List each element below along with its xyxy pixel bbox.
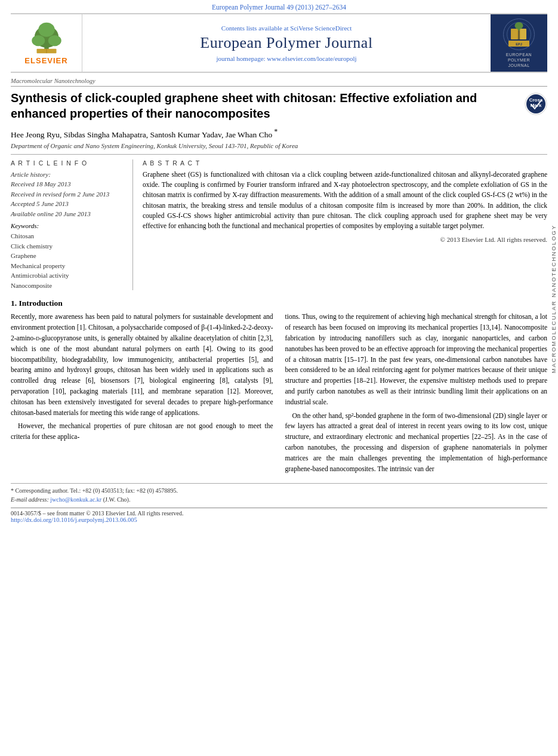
doi-text: European Polymer Journal 49 (2013) 2627–… (212, 4, 346, 11)
sciverse-link[interactable]: Contents lists available at SciVerse Sci… (221, 24, 352, 32)
revised-date: Received in revised form 2 June 2013 (11, 189, 127, 199)
copyright-line: © 2013 Elsevier Ltd. All rights reserved… (143, 235, 547, 245)
epj-emblem-icon: EPJ (502, 18, 535, 51)
elsevier-logo: ELSEVIER (23, 21, 70, 65)
body-col-left: Recently, more awareness has been paid t… (11, 312, 273, 477)
doi-footer[interactable]: http://dx.doi.org/10.1016/j.eurpolymj.20… (11, 517, 547, 523)
journal-title: European Polymer Journal (200, 34, 372, 52)
two-column-section: A R T I C L E I N F O Article history: R… (11, 154, 547, 291)
svg-point-4 (38, 22, 55, 36)
history-label: Article history: (11, 170, 127, 180)
keyword-item: Nanocomposite (11, 281, 127, 291)
keywords-label: Keywords: (11, 222, 127, 229)
article-history: Article history: Received 18 May 2013 Re… (11, 170, 127, 219)
svg-rect-10 (519, 29, 526, 39)
keyword-item: Chitosan (11, 231, 127, 241)
elsevier-tree-icon (23, 21, 70, 54)
bottom-footer: 0014-3057/$ – see front matter © 2013 El… (11, 508, 547, 523)
email-link[interactable]: jwcho@konkuk.ac.kr (50, 496, 101, 503)
header-center: Contents lists available at SciVerse Sci… (82, 14, 491, 72)
keyword-item: Graphene (11, 251, 127, 261)
body-col-right: tions. Thus, owing to the requirement of… (285, 312, 548, 477)
doi-bar: European Polymer Journal 49 (2013) 2627–… (0, 0, 558, 13)
epj-logo-area: EPJ EUROPEANPOLYMERJOURNAL (491, 14, 547, 72)
page-wrapper: European Polymer Journal 49 (2013) 2627–… (0, 0, 558, 756)
keywords-section: Keywords: ChitosanClick chemistryGraphen… (11, 222, 127, 290)
available-date: Available online 20 June 2013 (11, 209, 127, 219)
body-two-col: Recently, more awareness has been paid t… (11, 312, 547, 477)
article-info-column: A R T I C L E I N F O Article history: R… (11, 159, 133, 291)
intro-heading: 1. Introduction (11, 299, 547, 308)
journal-header: ELSEVIER Contents lists available at Sci… (11, 13, 547, 73)
keyword-item: Mechanical property (11, 261, 127, 271)
abstract-paragraph: Graphene sheet (GS) is functionalized wi… (143, 170, 547, 232)
authors-text: Hee Jeong Ryu, Sibdas Singha Mahapatra, … (11, 130, 272, 139)
article-title-text: Synthesis of click-coupled graphene shee… (11, 90, 525, 121)
email-person: (J.W. Cho). (101, 496, 130, 503)
elsevier-logo-area: ELSEVIER (11, 14, 82, 72)
body-content: 1. Introduction Recently, more awareness… (11, 290, 547, 477)
epj-label-text: EUROPEANPOLYMERJOURNAL (506, 52, 532, 68)
epj-logo: EPJ EUROPEANPOLYMERJOURNAL (502, 18, 535, 68)
received-date: Received 18 May 2013 (11, 179, 127, 189)
article-title-block: Synthesis of click-coupled graphene shee… (11, 90, 547, 121)
homepage-text: journal homepage: www.elsevier.com/locat… (216, 55, 356, 62)
email-label: E-mail address: (11, 496, 50, 503)
elsevier-label: ELSEVIER (24, 56, 67, 65)
svg-rect-9 (511, 29, 518, 39)
intro-para-2: However, the mechanical properties of pu… (11, 421, 273, 442)
corresponding-asterisk: * (272, 127, 278, 136)
issn-line: 0014-3057/$ – see front matter © 2013 El… (11, 510, 547, 517)
affiliation-line: Department of Organic and Nano System En… (11, 142, 547, 149)
footnote-email[interactable]: E-mail address: jwcho@konkuk.ac.kr (J.W.… (11, 495, 547, 504)
intro-para-4: On the other hand, sp²-bonded graphene i… (285, 411, 548, 475)
svg-point-2 (32, 35, 45, 46)
keywords-list: ChitosanClick chemistryGrapheneMechanica… (11, 231, 127, 290)
article-content: Macromolecular Nanotechnology Synthesis … (11, 73, 547, 290)
article-info-label: A R T I C L E I N F O (11, 159, 127, 167)
authors-line: Hee Jeong Ryu, Sibdas Singha Mahapatra, … (11, 127, 547, 140)
footnote-area: * Corresponding author. Tel.: +82 (0) 45… (11, 483, 547, 504)
side-label: MACROMOLECULAR NANOTECHNOLOGY (549, 191, 558, 406)
intro-para-1: Recently, more awareness has been paid t… (11, 312, 273, 418)
svg-point-3 (48, 35, 61, 46)
abstract-label: A B S T R A C T (143, 159, 547, 167)
keyword-item: Antimicrobial activity (11, 271, 127, 281)
footnote-corresponding: * Corresponding author. Tel.: +82 (0) 45… (11, 486, 547, 495)
abstract-text: Graphene sheet (GS) is functionalized wi… (143, 170, 547, 245)
svg-rect-14 (518, 28, 520, 30)
abstract-column: A B S T R A C T Graphene sheet (GS) is f… (143, 159, 547, 291)
journal-homepage[interactable]: journal homepage: www.elsevier.com/locat… (216, 55, 356, 62)
sciverse-text: Contents lists available at SciVerse Sci… (221, 24, 352, 32)
intro-para-3: tions. Thus, owing to the requirement of… (285, 312, 548, 407)
section-tag: Macromolecular Nanotechnology (11, 78, 547, 87)
svg-text:EPJ: EPJ (516, 42, 522, 46)
crossmark-icon[interactable]: Cross Mark (525, 93, 547, 115)
accepted-date: Accepted 5 June 2013 (11, 199, 127, 209)
doi-footer-link[interactable]: http://dx.doi.org/10.1016/j.eurpolymj.20… (11, 517, 137, 523)
keyword-item: Click chemistry (11, 241, 127, 251)
